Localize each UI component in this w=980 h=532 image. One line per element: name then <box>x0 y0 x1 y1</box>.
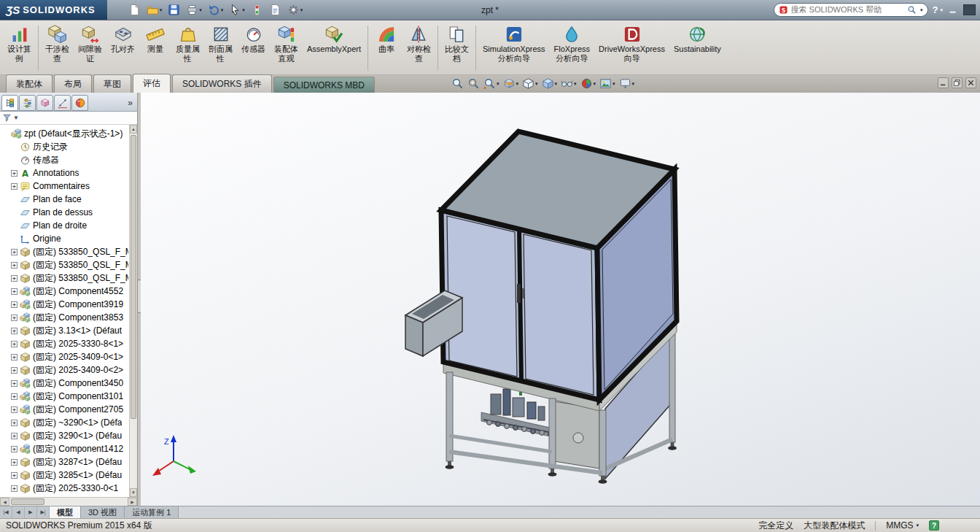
expand-icon[interactable]: + <box>11 341 18 347</box>
dropdown-arrow-icon[interactable]: ▾ <box>516 81 519 87</box>
curvature-button[interactable]: 曲率 <box>370 23 402 74</box>
expand-icon[interactable]: + <box>11 420 18 426</box>
panel-tab-property-manager[interactable] <box>19 95 36 111</box>
status-help-icon[interactable]: ? <box>929 520 939 531</box>
tree-item[interactable]: +(固定) 533850_QSL_F_M <box>11 245 128 258</box>
driveworksxpress-button[interactable]: DriveWorksXpress 向导 <box>594 23 669 74</box>
document-restore-button[interactable] <box>952 77 962 88</box>
view-orientation-button[interactable]: ▾ <box>521 77 539 90</box>
assemblyxpert-button[interactable]: AssemblyXpert <box>303 23 365 74</box>
expand-icon[interactable]: + <box>11 485 18 492</box>
tree-item[interactable]: +(固定) 2025-3409-0<2> <box>11 363 128 377</box>
expand-icon[interactable]: + <box>11 380 18 387</box>
expand-icon[interactable]: + <box>11 315 18 321</box>
panel-tab-dimxpert-manager[interactable] <box>54 95 71 111</box>
expand-icon[interactable]: + <box>11 446 18 452</box>
measure-button[interactable]: 测量 <box>139 23 171 74</box>
section-properties-button[interactable]: 剖面属 性 <box>204 23 237 74</box>
apply-scene-button[interactable]: ▾ <box>599 77 616 90</box>
tree-item[interactable]: Plan de face <box>11 193 128 206</box>
help-button[interactable]: ? ▾ <box>933 4 943 15</box>
tab-layout[interactable]: 布局 <box>54 74 92 93</box>
tree-item[interactable]: +(固定) Component3450 <box>11 377 128 390</box>
tab-sketch[interactable]: 草图 <box>93 74 131 93</box>
dropdown-arrow-icon[interactable]: ▾ <box>535 81 538 87</box>
tab-nav-first-button[interactable]: |◀ <box>0 506 12 518</box>
new-document-button[interactable] <box>126 2 143 18</box>
dropdown-arrow-icon[interactable]: ▾ <box>300 7 303 13</box>
tab-nav-next-button[interactable]: ▶ <box>25 506 37 518</box>
scroll-left-icon[interactable]: ◀ <box>0 498 9 506</box>
tree-item[interactable]: +(固定) 533850_QSL_F_M <box>11 258 128 271</box>
tree-item[interactable]: 传感器 <box>11 153 128 166</box>
document-minimize-button[interactable] <box>938 77 949 88</box>
search-input[interactable]: S 搜索 SOLIDWORKS 帮助 ▾ <box>774 3 928 17</box>
view-settings-button[interactable]: ▾ <box>618 77 636 90</box>
sustainability-button[interactable]: Sustainability <box>669 23 726 74</box>
file-properties-button[interactable] <box>267 2 284 18</box>
scroll-up-icon[interactable]: ▲ <box>130 125 137 134</box>
symmetry-check-button[interactable]: 对称检 查 <box>402 23 435 74</box>
compare-documents-button[interactable]: 比较文 档 <box>440 23 473 74</box>
expand-icon[interactable]: + <box>11 183 18 190</box>
expand-icon[interactable]: + <box>11 170 18 177</box>
expand-icon[interactable]: + <box>11 367 18 374</box>
interference-detection-button[interactable]: 干涉检 查 <box>41 23 74 74</box>
tree-item[interactable]: +(固定) Component2705 <box>11 403 128 416</box>
scroll-track[interactable] <box>130 134 137 488</box>
zoom-to-area-button[interactable] <box>467 77 481 90</box>
previous-view-button[interactable]: ▾ <box>483 77 500 90</box>
unit-system-selector[interactable]: MMGS ▾ <box>886 520 919 531</box>
assembly-visualization-button[interactable]: 装配体 直观 <box>270 23 303 74</box>
dropdown-arrow-icon[interactable]: ▾ <box>497 81 499 87</box>
tree-item[interactable]: +(固定) Component3853 <box>11 311 128 324</box>
dropdown-arrow-icon[interactable]: ▾ <box>594 81 596 87</box>
hide-show-items-button[interactable]: ▾ <box>560 77 578 90</box>
panel-tab-feature-manager[interactable] <box>1 95 18 111</box>
scroll-track[interactable] <box>9 498 128 506</box>
hole-alignment-button[interactable]: 孔对齐 <box>106 23 139 74</box>
expand-icon[interactable]: + <box>11 354 18 361</box>
panel-tab-display-manager[interactable] <box>71 95 88 111</box>
tab-solidworks-mbd[interactable]: SOLIDWORKS MBD <box>273 77 375 93</box>
scroll-thumb[interactable] <box>11 498 44 505</box>
save-button[interactable] <box>166 2 182 18</box>
viewport-canvas[interactable]: Z <box>141 93 980 506</box>
tree-item[interactable]: +(固定) Component3919 <box>11 298 128 311</box>
panel-tab-configuration-manager[interactable] <box>36 95 53 111</box>
tree-item[interactable]: +Commentaires <box>11 180 128 193</box>
expand-icon[interactable]: + <box>11 433 18 439</box>
tree-item[interactable]: +(固定) 3.13<1> (Défaut <box>11 324 128 337</box>
doc-tab-3d-views[interactable]: 3D 视图 <box>81 506 125 518</box>
scroll-right-icon[interactable]: ▶ <box>128 498 137 506</box>
rebuild-button[interactable] <box>249 2 265 18</box>
search-dropdown-icon[interactable]: ▾ <box>920 7 923 13</box>
expand-icon[interactable]: + <box>11 393 18 400</box>
print-button[interactable]: ▾ <box>184 2 204 18</box>
tree-item[interactable]: +(固定) 3290<1> (Défau <box>11 429 128 442</box>
more-panel-tabs-button[interactable]: » <box>125 98 136 108</box>
dropdown-arrow-icon[interactable]: ▾ <box>199 7 202 13</box>
tree-item[interactable]: +(固定) 3287<1> (Défau <box>11 455 128 469</box>
tree-item[interactable]: +(固定) Component4552 <box>11 285 128 298</box>
tree-item[interactable]: 历史记录 <box>11 140 128 153</box>
dropdown-arrow-icon[interactable]: ▾ <box>574 81 577 87</box>
expand-icon[interactable]: + <box>11 262 18 269</box>
scroll-down-icon[interactable]: ▼ <box>130 488 137 497</box>
open-button[interactable]: ▾ <box>144 2 165 18</box>
tree-horizontal-scrollbar[interactable]: ◀ ▶ <box>0 497 137 506</box>
section-view-button[interactable]: ▾ <box>502 77 520 90</box>
zoom-to-fit-button[interactable] <box>451 77 464 90</box>
options-button[interactable]: ▾ <box>285 2 306 18</box>
tree-item[interactable]: +(固定) ~3290<1> (Défa <box>11 416 128 429</box>
select-button[interactable]: ▾ <box>227 2 247 18</box>
tree-item[interactable]: +AAnnotations <box>11 166 128 180</box>
dropdown-arrow-icon[interactable]: ▾ <box>555 81 558 87</box>
tree-item[interactable]: +(固定) 2025-3330-8<1> <box>11 337 128 350</box>
tab-solidworks-addins[interactable]: SOLIDWORKS 插件 <box>172 74 272 93</box>
undo-button[interactable]: ▾ <box>206 2 226 18</box>
dropdown-arrow-icon[interactable]: ▾ <box>612 81 615 87</box>
tree-item[interactable]: Plan de droite <box>11 219 128 232</box>
tree-item[interactable]: +(固定) Component1412 <box>11 442 128 455</box>
edit-appearance-button[interactable]: ▾ <box>580 77 597 90</box>
